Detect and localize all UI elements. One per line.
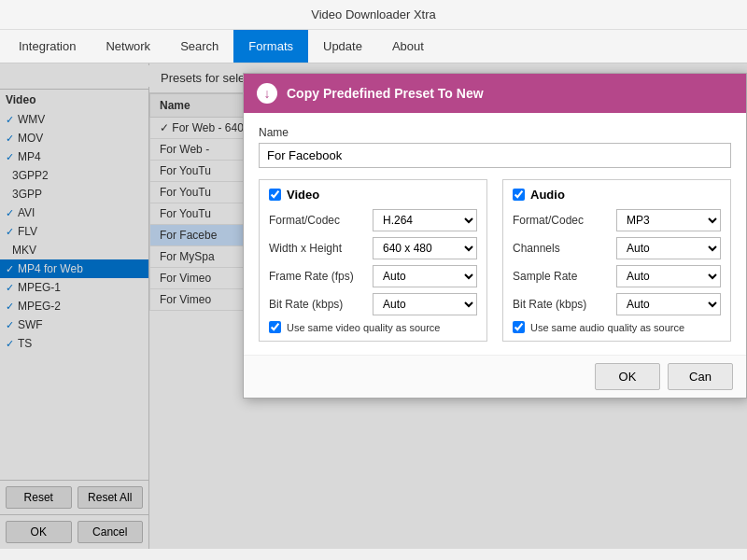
dialog-sections: Video Format/Codec H.264 H.265 VP8 <box>259 179 731 342</box>
video-bitrate-select[interactable]: Auto 500 1000 <box>373 293 477 315</box>
video-codec-label: Format/Codec <box>269 214 367 227</box>
menu-item-search[interactable]: Search <box>165 30 233 63</box>
video-label: Video <box>287 188 319 202</box>
dialog-header: ↓ Copy Predefined Preset To New <box>244 74 746 113</box>
audio-section-header: Audio <box>513 188 721 202</box>
video-size-label: Width x Height <box>269 242 367 255</box>
copy-preset-dialog: ↓ Copy Predefined Preset To New Name Vid… <box>243 73 747 399</box>
dialog-title: Copy Predefined Preset To New <box>287 86 484 101</box>
audio-quality-checkbox[interactable] <box>513 321 525 333</box>
video-size-select[interactable]: 640 x 480 1280 x 720 1920 x 1080 <box>373 237 477 259</box>
dialog-body: Name Video Format/Codec <box>244 113 746 355</box>
audio-samplerate-label: Sample Rate <box>513 270 611 283</box>
video-bitrate-row: Bit Rate (kbps) Auto 500 1000 <box>269 293 477 315</box>
name-label: Name <box>259 126 731 139</box>
app-title: Video Downloader Xtra <box>311 7 435 21</box>
audio-samplerate-row: Sample Rate Auto 44100 48000 <box>513 265 721 287</box>
audio-quality-row: Use same audio quality as source <box>513 321 721 333</box>
audio-bitrate-label: Bit Rate (kbps) <box>513 298 611 311</box>
menu-item-integration[interactable]: Integration <box>4 30 91 63</box>
audio-codec-label: Format/Codec <box>513 214 611 227</box>
audio-label: Audio <box>530 188 565 202</box>
audio-bitrate-row: Bit Rate (kbps) Auto 128 192 320 <box>513 293 721 315</box>
main-layout: 🔍 Video ✓WMV ✓MOV ✓MP4 3GPP2 3GPP ✓AVI ✓… <box>0 63 747 549</box>
audio-channels-select[interactable]: Auto Mono Stereo <box>616 237 721 259</box>
video-fps-select[interactable]: Auto 24 30 <box>373 265 477 287</box>
menu-bar: Integration Network Search Formats Updat… <box>0 30 747 63</box>
dialog-icon: ↓ <box>257 83 277 104</box>
dialog-ok-button[interactable]: OK <box>595 363 660 390</box>
video-checkbox[interactable] <box>269 189 281 201</box>
main-content: Presets for selected Format Name Setting… <box>149 63 747 549</box>
menu-item-network[interactable]: Network <box>91 30 165 63</box>
menu-item-formats[interactable]: Formats <box>233 30 308 63</box>
menu-item-about[interactable]: About <box>377 30 439 63</box>
video-bitrate-label: Bit Rate (kbps) <box>269 298 367 311</box>
dialog-overlay: ↓ Copy Predefined Preset To New Name Vid… <box>149 63 747 549</box>
audio-bitrate-select[interactable]: Auto 128 192 320 <box>616 293 721 315</box>
name-input[interactable] <box>259 143 731 168</box>
audio-samplerate-select[interactable]: Auto 44100 48000 <box>616 265 721 287</box>
video-fps-row: Frame Rate (fps) Auto 24 30 <box>269 265 477 287</box>
audio-section: Audio Format/Codec MP3 AAC AC3 <box>502 179 731 342</box>
dialog-cancel-button[interactable]: Can <box>668 363 733 390</box>
audio-quality-label: Use same audio quality as source <box>530 322 684 333</box>
audio-codec-row: Format/Codec MP3 AAC AC3 <box>513 209 721 231</box>
menu-item-update[interactable]: Update <box>308 30 377 63</box>
audio-codec-select[interactable]: MP3 AAC AC3 <box>616 209 721 231</box>
audio-checkbox[interactable] <box>513 189 525 201</box>
video-section-header: Video <box>269 188 477 202</box>
video-quality-row: Use same video quality as source <box>269 321 477 333</box>
dialog-footer: OK Can <box>244 355 746 398</box>
video-size-row: Width x Height 640 x 480 1280 x 720 1920… <box>269 237 477 259</box>
video-quality-label: Use same video quality as source <box>287 322 440 333</box>
video-section: Video Format/Codec H.264 H.265 VP8 <box>259 179 487 342</box>
video-fps-label: Frame Rate (fps) <box>269 270 367 283</box>
video-quality-checkbox[interactable] <box>269 321 281 333</box>
video-codec-row: Format/Codec H.264 H.265 VP8 <box>269 209 477 231</box>
audio-channels-row: Channels Auto Mono Stereo <box>513 237 721 259</box>
video-codec-select[interactable]: H.264 H.265 VP8 <box>373 209 477 231</box>
title-bar: Video Downloader Xtra <box>0 0 747 30</box>
audio-channels-label: Channels <box>513 242 611 255</box>
